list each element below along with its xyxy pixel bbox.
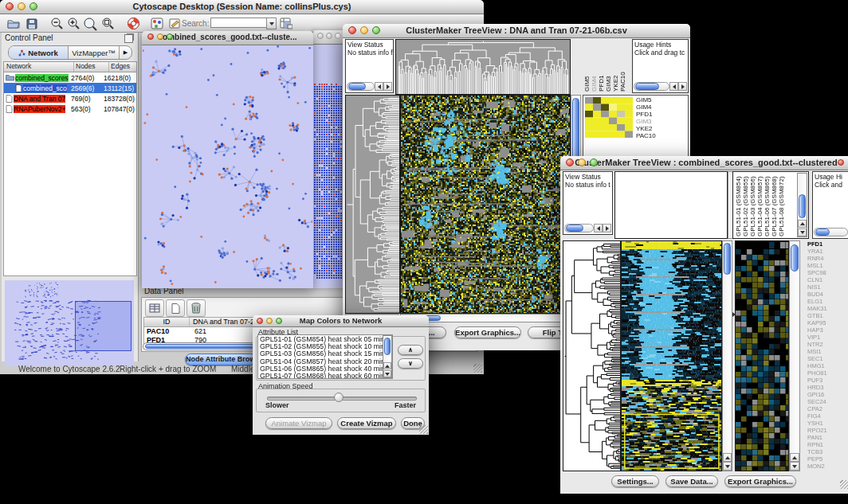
close-light[interactable]: [348, 26, 356, 34]
network-row[interactable]: RNAPuberNov2+ 563(0) 107847(0): [4, 104, 136, 114]
zoom-vscrollbar[interactable]: [789, 240, 800, 471]
resize-grip[interactable]: [840, 480, 848, 489]
move-attribute-down-button[interactable]: ∨: [398, 358, 423, 369]
scrollbar-thumb[interactable]: [724, 243, 731, 275]
data-panel-new-attribute-button[interactable]: [166, 299, 185, 317]
minimize-light[interactable]: [266, 318, 273, 324]
tab-network[interactable]: Network: [9, 46, 69, 59]
scroll-up-button[interactable]: [798, 220, 807, 228]
scroll-up-button[interactable]: [383, 362, 391, 369]
scroll-left-button[interactable]: [594, 224, 603, 232]
column-header-nodes[interactable]: Nodes: [74, 62, 109, 72]
minimize-light[interactable]: [18, 2, 26, 10]
scroll-right-button[interactable]: [603, 224, 611, 232]
open-file-icon[interactable]: [6, 17, 21, 30]
network-view-title-bar[interactable]: combined_scores_good.txt--cluste...: [142, 31, 313, 45]
attribute-item[interactable]: GPL51-07 (GSM868) heat shock 60 min: [260, 373, 391, 379]
view-status-scrollbar[interactable]: [564, 224, 594, 232]
column-label-vscrollbar[interactable]: [797, 173, 807, 237]
resize-grip[interactable]: [419, 425, 428, 434]
network-row[interactable]: combined_scores 2764(0) 16218(0): [4, 72, 136, 83]
scroll-up-button[interactable]: [790, 453, 799, 462]
scroll-down-button[interactable]: [790, 462, 799, 471]
tab-vizmapper[interactable]: VizMapper™: [69, 46, 120, 59]
scroll-down-button[interactable]: [383, 370, 391, 377]
dialog-title-bar[interactable]: Map Colors to Network: [253, 315, 429, 327]
background-window-close-light[interactable]: [838, 159, 844, 166]
scroll-left-button[interactable]: [669, 82, 678, 91]
zoom-selected-icon[interactable]: [83, 17, 97, 30]
row-dendrogram-canvas[interactable]: [563, 240, 621, 471]
create-vizmap-button[interactable]: Create Vizmap: [337, 417, 396, 429]
row-dendrogram-canvas[interactable]: [345, 95, 400, 314]
close-light[interactable]: [257, 318, 263, 324]
scroll-down-button[interactable]: [723, 462, 732, 471]
export-graphics-button[interactable]: Export Graphics...: [724, 475, 796, 487]
column-dendrogram-canvas[interactable]: [395, 39, 571, 95]
zoom-light[interactable]: [29, 2, 37, 10]
close-light[interactable]: [566, 158, 574, 166]
import-table-icon[interactable]: [279, 17, 293, 30]
heatmap-vscrollbar[interactable]: [722, 240, 732, 471]
inactive-close-light[interactable]: [317, 33, 324, 39]
zoom-fit-icon[interactable]: [100, 17, 115, 30]
view-status-scrollbar[interactable]: [347, 82, 375, 91]
float-panel-icon[interactable]: [124, 34, 133, 43]
search-dropdown-button[interactable]: [266, 18, 277, 29]
save-icon[interactable]: [25, 17, 39, 30]
scrollbar-thumb[interactable]: [799, 194, 806, 218]
network-overview-canvas[interactable]: [5, 280, 134, 366]
zoom-light[interactable]: [276, 318, 282, 324]
settings-button[interactable]: Settings...: [611, 475, 659, 487]
heatmap-canvas[interactable]: [400, 95, 571, 314]
close-light[interactable]: [147, 33, 154, 40]
resize-grip[interactable]: [473, 364, 482, 373]
data-panel-select-attributes-button[interactable]: [145, 299, 164, 317]
scrollbar-thumb[interactable]: [635, 83, 659, 90]
treeview2-title-bar[interactable]: ClusterMaker TreeView : combined_scores_…: [560, 156, 848, 170]
usage-hints-scrollbar[interactable]: [634, 82, 669, 91]
treeview1-title-bar[interactable]: ClusterMaker TreeView : DNA and Tran 07-…: [343, 24, 690, 38]
scroll-right-button[interactable]: [678, 82, 687, 91]
node-attribute-browser-tab[interactable]: Node Attribute Brows: [185, 354, 257, 365]
network-row[interactable]: DNA and Tran 07 769(0) 183728(0): [4, 93, 136, 104]
zoom-light[interactable]: [590, 158, 598, 166]
scroll-up-button[interactable]: [723, 453, 732, 462]
animation-speed-slider[interactable]: [334, 393, 344, 402]
move-attribute-up-button[interactable]: ∧: [398, 345, 423, 355]
usage-hints-scrollbar[interactable]: [814, 228, 848, 236]
inactive-zoom-light[interactable]: [335, 33, 341, 39]
scrollbar-thumb[interactable]: [815, 229, 830, 236]
animate-vizmap-button[interactable]: Animate Vizmap: [265, 417, 332, 429]
zoom-heatmap-canvas[interactable]: [585, 97, 633, 138]
zoom-heatmap-canvas[interactable]: [735, 240, 789, 471]
zoom-light[interactable]: [372, 26, 380, 34]
attribute-list-vscrollbar[interactable]: [383, 335, 392, 378]
inactive-minimize-light[interactable]: [326, 33, 332, 39]
scroll-left-button[interactable]: [375, 82, 383, 91]
column-header-id[interactable]: ID: [144, 318, 190, 326]
scroll-down-button[interactable]: [798, 229, 807, 236]
column-dendrogram-area[interactable]: [614, 171, 728, 239]
scrollbar-thumb[interactable]: [348, 83, 366, 90]
search-input[interactable]: [210, 18, 268, 28]
column-header-edges[interactable]: Edges: [109, 62, 136, 72]
network-view-canvas[interactable]: [143, 45, 312, 287]
export-graphics-button[interactable]: Export Graphics...: [454, 326, 521, 338]
save-data-button[interactable]: Save Data...: [665, 475, 718, 487]
scrollbar-thumb[interactable]: [791, 244, 799, 272]
column-header-network[interactable]: Network: [4, 62, 74, 72]
zoom-light[interactable]: [167, 33, 173, 40]
tab-overflow-button[interactable]: ▶: [120, 46, 132, 59]
zoom-out-icon[interactable]: [49, 17, 64, 30]
minimize-light[interactable]: [360, 26, 368, 34]
help-lifering-icon[interactable]: [126, 17, 140, 30]
data-panel-delete-attribute-button[interactable]: [186, 299, 206, 317]
vizmapper-icon[interactable]: [150, 17, 164, 30]
main-title-bar[interactable]: Cytoscape Desktop (Session Name: collins…: [0, 0, 484, 14]
annotation-icon[interactable]: [167, 17, 182, 30]
scrollbar-thumb[interactable]: [384, 338, 391, 355]
zoom-in-icon[interactable]: [66, 17, 80, 30]
network-row-selected[interactable]: combined_sco 2569(6) 13112(15): [4, 83, 136, 93]
close-light[interactable]: [6, 2, 14, 10]
